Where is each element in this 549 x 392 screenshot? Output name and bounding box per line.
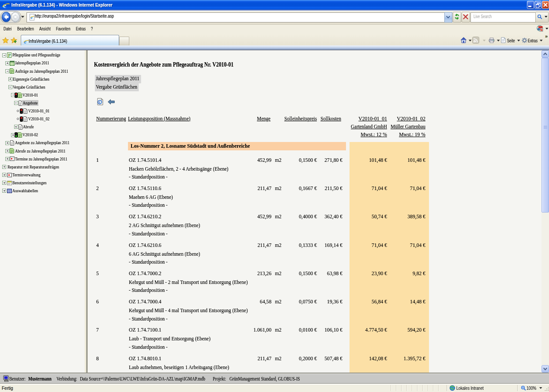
svg-text:P: P — [8, 53, 11, 58]
svg-text:e: e — [99, 100, 101, 104]
